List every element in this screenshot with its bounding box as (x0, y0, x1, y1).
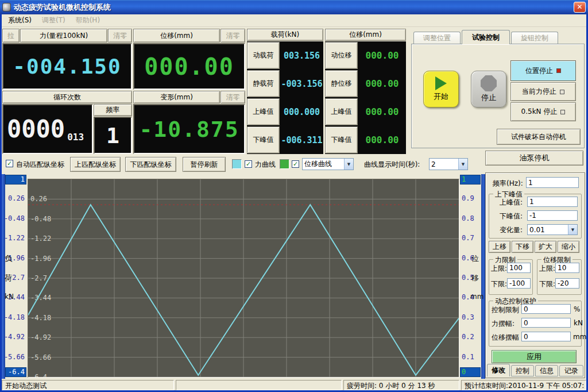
window-border-left (0, 14, 2, 392)
status-empty (176, 380, 342, 390)
close-button[interactable]: ✕ (574, 2, 586, 13)
menu-adjust: 调整(T) (37, 14, 70, 26)
stop-octagon-icon (481, 75, 497, 91)
svg-text:-1.22: -1.22 (30, 235, 51, 243)
displacement-meter-title: 位移(mm) (133, 29, 220, 43)
deformation-clear-button[interactable]: 清零 (220, 91, 245, 103)
chevron-down-icon[interactable]: ▼ (344, 159, 353, 170)
upper-peak-label: 上峰值: (500, 198, 523, 207)
title-bar: 动态疲劳试验机微机控制系统 ✕ (0, 0, 588, 14)
menu-system[interactable]: 系统(S) (3, 14, 36, 26)
force-lower-label: 下限: (491, 279, 507, 289)
upper-match-button[interactable]: 上匹配纵坐标 (70, 157, 121, 172)
force-amp-input[interactable]: 0 (521, 318, 571, 328)
auto-match-checkbox[interactable]: ✓ (6, 160, 13, 167)
duration-select[interactable]: 2 ▼ (429, 158, 468, 170)
ctrl-limit-unit: % (574, 305, 580, 313)
stop-button-label: 停止 (481, 93, 496, 103)
pump-stop-button[interactable]: 油泵停机 (485, 151, 583, 166)
disp-curve-select[interactable]: 位移曲线 ▼ (302, 158, 354, 170)
load-row-label: 动载荷 (247, 42, 280, 69)
play-icon (435, 76, 447, 90)
axis-tick-label: -4.18 (4, 313, 25, 322)
force-upper-input[interactable]: 100 (507, 263, 531, 273)
lower-peak-input[interactable]: -1 (527, 210, 578, 221)
chart-area: 1 -6.4 0.26-0.48-1.22-1.96-2.7-3.44-4.18… (0, 174, 485, 379)
disp-row-label: 上峰值 (325, 98, 358, 125)
force-clear-button[interactable]: 清零 (108, 29, 132, 43)
bottom-tab-record[interactable]: 记录 (559, 365, 583, 376)
duration-selected: 2 (431, 160, 436, 168)
disp-curve-checkbox[interactable]: ✓ (292, 160, 299, 168)
disp-row-label: 动位移 (325, 42, 358, 69)
tab-adjust-position[interactable]: 调整位置 (413, 32, 461, 44)
tab-test-control[interactable]: 试验控制 (462, 30, 510, 44)
chevron-down-icon[interactable]: ▼ (568, 225, 577, 235)
displacement-meter-panel: 位移(mm) 清零 000.00 (133, 29, 245, 90)
stop-button[interactable]: 停止 (471, 71, 506, 107)
shrink-button[interactable]: 缩小 (558, 241, 579, 253)
bottom-tab-modify[interactable]: 修改 (487, 364, 510, 376)
ctrl-limit-input[interactable]: 0 (521, 304, 571, 314)
force-upper-label: 上限: (491, 264, 507, 274)
delta-select[interactable]: 0.01 ▼ (527, 224, 578, 235)
ctrl-limit-label: 控制限制 (492, 305, 519, 315)
chart-toolbar: ✓ 自动匹配纵坐标 上匹配纵坐标 下匹配纵坐标 暂停刷新 ✓ 力曲线 ✓ 位移曲… (0, 156, 482, 173)
waveform-plot: 0.26-0.48-1.22-1.96-2.7-3.44-4.18-4.92-5… (28, 179, 459, 377)
disp-amp-input[interactable]: 0 (521, 332, 571, 341)
specimen-break-stop-button[interactable]: 试件破坏自动停机 (497, 129, 581, 145)
cycle-count-display: 0000 013 (2, 104, 93, 154)
frequency-display: 1 (94, 117, 132, 154)
move-down-button[interactable]: 下移 (512, 241, 533, 253)
disp-amp-label: 位移摆幅 (492, 333, 519, 343)
delta-label: 变化量: (500, 225, 523, 235)
delta-selected: 0.01 (529, 226, 545, 234)
tab-knob-control[interactable]: 旋钮控制 (511, 32, 558, 44)
disp-lower-label: 下限: (539, 279, 555, 289)
bottom-tab-control[interactable]: 控制 (511, 365, 534, 376)
disp-curve-selected: 位移曲线 (304, 159, 332, 169)
load-row-label: 上峰值 (247, 98, 280, 125)
disp-upper-label: 上限: (539, 264, 555, 274)
expand-button[interactable]: 扩大 (535, 241, 556, 253)
svg-text:-2.7: -2.7 (30, 274, 47, 282)
force-curve-color-swatch (232, 159, 242, 169)
load-row-label: 下峰值 (247, 126, 280, 153)
move-up-button[interactable]: 上移 (489, 241, 510, 253)
freq-setting-input[interactable]: 1 (526, 177, 579, 188)
lower-match-button[interactable]: 下匹配纵坐标 (125, 157, 176, 172)
force-curve-checkbox[interactable]: ✓ (245, 160, 252, 168)
half-kn-stop-button[interactable]: 0.5kN 停止 (510, 102, 576, 121)
pause-refresh-button[interactable]: 暂停刷新 (183, 157, 226, 172)
bottom-tab-info[interactable]: 信息 (535, 365, 558, 376)
load-panel-title: 载荷(kN) (247, 29, 323, 41)
disp-upper-input[interactable]: 10 (555, 263, 579, 273)
half-kn-stop-indicator (560, 110, 565, 114)
position-stop-label: 位置停止 (525, 66, 553, 76)
load-row-value: 003.156 (280, 41, 323, 70)
position-stop-button[interactable]: 位置停止 (510, 60, 576, 81)
cycle-count-small-digits: 013 (67, 132, 84, 143)
test-control-page: 开始 停止 位置停止 当前力停止 0.5kN 停止 试件破坏自动停机 (411, 44, 585, 148)
svg-text:-6.4: -6.4 (30, 373, 47, 377)
start-button[interactable]: 开始 (423, 71, 459, 107)
displacement-clear-button[interactable]: 清零 (220, 29, 245, 43)
status-fatigue-time: 疲劳时间: 0 小时 0 分 13 秒 (343, 380, 459, 390)
current-force-stop-indicator (560, 90, 564, 94)
cycle-count-value: 0000 (7, 115, 65, 143)
chevron-down-icon[interactable]: ▼ (458, 159, 467, 170)
upper-peak-input[interactable]: 1 (527, 197, 578, 207)
svg-text:-4.18: -4.18 (30, 314, 51, 322)
deformation-value-display: -10.875 (133, 104, 245, 154)
disp-lower-input[interactable]: -20 (555, 278, 579, 289)
current-force-stop-button[interactable]: 当前力停止 (510, 82, 576, 101)
axis-tick-label: 0.1 (462, 352, 474, 362)
svg-text:-3.44: -3.44 (30, 294, 51, 302)
left-axis-title-char: 荷 (5, 273, 12, 283)
apply-button[interactable]: 应用 (492, 350, 577, 363)
duration-label: 曲线显示时间(秒): (364, 160, 420, 170)
force-lower-input[interactable]: -100 (507, 278, 531, 289)
pull-button[interactable]: 拉 (2, 29, 20, 43)
force-amp-label: 力摆幅: (492, 319, 514, 329)
left-axis-title-char: kN (5, 293, 14, 301)
